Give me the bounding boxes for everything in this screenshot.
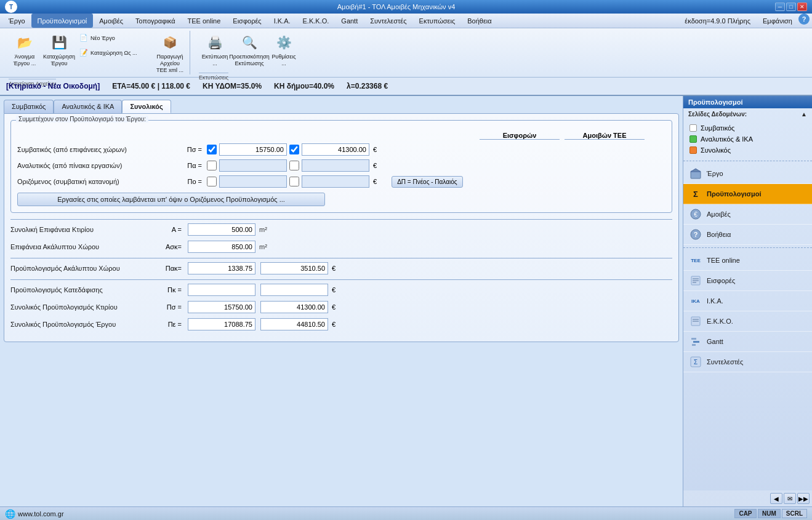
- pe-val2[interactable]: [260, 318, 328, 330]
- kh-dimou: ΚΗ δήμου=40.0%: [274, 82, 334, 90]
- sidebar-prev-btn[interactable]: ◀: [770, 493, 782, 504]
- menu-ekdosi[interactable]: έκδοση=4.9.0 Πλήρης: [678, 14, 757, 28]
- pk-val2[interactable]: [260, 284, 328, 296]
- symvatikos-label: Συμβατικός (από επιφάνειες χώρων): [17, 146, 177, 153]
- col-header-amoivon: Αμοιβών ΤΕΕ: [565, 132, 645, 140]
- analytikos-eq: Πα =: [180, 162, 204, 169]
- menu-eisfores[interactable]: Εισφορές: [227, 14, 267, 28]
- save-as-button[interactable]: 📝 Καταχώρηση Ως ...: [78, 46, 151, 59]
- menu-voitheia[interactable]: Βοήθεια: [461, 14, 497, 28]
- tab-analytikos[interactable]: Αναλυτικός & ΙΚΑ: [54, 100, 122, 113]
- settings-icon: ⚙️: [274, 33, 294, 52]
- sidebar-expand-icon[interactable]: ▲: [801, 111, 807, 118]
- sidebar-nav-ekko[interactable]: Ε.Κ.Κ.Ο.: [683, 311, 812, 332]
- sidebar-mail-btn[interactable]: ✉: [784, 493, 796, 504]
- analytikos-input1[interactable]: [219, 159, 287, 172]
- form-panel: Συμμετέχουν στον Προϋπολογισμό του Έργου…: [4, 113, 679, 342]
- menu-amoives[interactable]: Αμοιβές: [93, 14, 129, 28]
- maximize-button[interactable]: □: [786, 2, 796, 11]
- tab-synolikos[interactable]: Συνολικός: [122, 100, 171, 113]
- new-button[interactable]: 📄 Νέο Έργο: [78, 31, 151, 44]
- open-button[interactable]: 📂 Άνοιγμα Έργου ...: [9, 31, 41, 75]
- symvatikos-input2[interactable]: [302, 143, 369, 156]
- export-button[interactable]: 📦 Παραγωγή Αρχείου ΤΕΕ xml ...: [154, 31, 186, 75]
- menu-ekko[interactable]: Ε.Κ.Κ.Ο.: [297, 14, 336, 28]
- ps-val1[interactable]: [188, 301, 255, 313]
- summary-row-pk: Προϋπολογισμός Κατεδάφισης Πκ = €: [10, 284, 672, 296]
- orizomenos-eq: Πο =: [180, 178, 204, 185]
- sidebar-nav-eisfores[interactable]: Εισφορές: [683, 271, 812, 291]
- sidebar-divider1: [683, 161, 812, 161]
- menu-tee-online[interactable]: ΤΕΕ online: [182, 14, 227, 28]
- menu-ektyposeis[interactable]: Εκτυπώσεις: [413, 14, 462, 28]
- menu-topografika[interactable]: Τοπογραφικά: [129, 14, 181, 28]
- close-button[interactable]: ✕: [797, 2, 807, 11]
- ps-val2[interactable]: [260, 301, 328, 313]
- pe-eq: Πε =: [148, 321, 185, 328]
- page-label-analytikos: Αναλυτικός & ΙΚΑ: [701, 135, 753, 143]
- sidebar-nav-ika[interactable]: ΙΚΑ Ι.Κ.Α.: [683, 291, 812, 311]
- menu-ika[interactable]: Ι.Κ.Α.: [268, 14, 297, 28]
- settings-button[interactable]: ⚙️ Ρυθμίσεις ...: [268, 31, 300, 69]
- amoives-label: Αμοιβές: [707, 210, 731, 218]
- pak-val2[interactable]: [260, 262, 328, 274]
- window-title: Αμοιβή#1 - ΤΟΛ Αμοιβές Μηχανικών v4: [17, 3, 775, 10]
- menu-syntelestes[interactable]: Συντελεστές: [364, 14, 412, 28]
- symvatikos-input1[interactable]: [219, 143, 287, 156]
- orizomenos-check1[interactable]: [207, 177, 217, 186]
- export-icon: 📦: [160, 33, 180, 52]
- analytikos-input2[interactable]: [302, 159, 369, 172]
- summary-row-ps: Συνολικός Προϋπολογισμός Κτιρίου Πσ = €: [10, 301, 672, 313]
- sidebar-divider2: [683, 247, 812, 248]
- orizomenos-input1[interactable]: [219, 175, 287, 188]
- sidebar-nav-tee-online[interactable]: TEE ΤΕΕ online: [683, 250, 812, 271]
- main-area: Συμβατικός Αναλυτικός & ΙΚΑ Συνολικός Συ…: [0, 96, 812, 506]
- num-indicator: NUM: [758, 509, 781, 518]
- symvatikos-check2[interactable]: [289, 145, 299, 154]
- dp-button[interactable]: ΔΠ = Πνέος - Παλαιός: [392, 176, 462, 188]
- pk-val1[interactable]: [188, 284, 255, 296]
- akalypton-val[interactable]: [188, 241, 255, 253]
- preview-button[interactable]: 🔍 Προεπισκόπηση Εκτύπωσης: [233, 31, 265, 69]
- orizomenos-input2[interactable]: [302, 175, 369, 188]
- sidebar-nav-amoives[interactable]: € Αμοιβές: [683, 204, 812, 225]
- sidebar-nav-voitheia[interactable]: ? Βοήθεια: [683, 225, 812, 245]
- ergasies-button[interactable]: Εργασίες στις οποίες λαμβάνεται υπ' όψιν…: [17, 193, 325, 206]
- sidebar-nav-syntelestes[interactable]: Σ Συντελεστές: [683, 352, 812, 372]
- print-button[interactable]: 🖨️ Εκτύπωση ...: [199, 31, 231, 69]
- row-orizomenos: Οριζόμενος (συμβατική κατανομή) Πο = € Δ…: [17, 175, 665, 188]
- sidebar-page-analytikos[interactable]: Αναλυτικός & ΙΚΑ: [686, 134, 810, 145]
- menu-proypologismoi[interactable]: Προϋπολογισμοί: [31, 14, 94, 28]
- minimize-button[interactable]: ─: [775, 2, 785, 11]
- sidebar-page-symvatikos[interactable]: Συμβατικός: [686, 122, 810, 134]
- lambda-value: λ=0.23368 €: [347, 82, 388, 90]
- ekko-label: Ε.Κ.Κ.Ο.: [707, 318, 733, 325]
- page-dot-synolikos: [689, 146, 697, 154]
- menu-gantt[interactable]: Gantt: [335, 14, 364, 28]
- tab-symvatikos[interactable]: Συμβατικός: [4, 100, 54, 113]
- sidebar-nav-ergo[interactable]: Έργο: [683, 164, 812, 184]
- toolbar: 📂 Άνοιγμα Έργου ... 💾 Καταχώρηση Έργου 📄…: [0, 28, 812, 78]
- menu-emfanisi[interactable]: Εμφάνιση: [757, 14, 798, 28]
- sidebar-page-synolikos[interactable]: Συνολικός: [686, 145, 810, 156]
- pe-val1[interactable]: [188, 318, 255, 330]
- pak-val1[interactable]: [188, 262, 255, 274]
- analytikos-euro: €: [373, 162, 377, 169]
- analytikos-check2[interactable]: [289, 161, 299, 170]
- orizomenos-check2[interactable]: [289, 177, 299, 186]
- epifaneia-val[interactable]: [188, 223, 255, 236]
- sidebar-nav-proypologismoi[interactable]: Σ Προϋπολογισμοί: [683, 184, 812, 204]
- analytikos-check1[interactable]: [207, 161, 217, 170]
- ps-label: Συνολικός Προϋπολογισμός Κτιρίου: [10, 303, 146, 311]
- group-box-title: Συμμετέχουν στον Προϋπολογισμό του Έργου…: [16, 116, 148, 122]
- menu-ergo[interactable]: Έργο: [2, 14, 31, 28]
- sidebar-nav-gantt[interactable]: Gantt: [683, 332, 812, 352]
- symvatikos-check1[interactable]: [207, 145, 217, 154]
- save-as-icon: 📝: [79, 49, 88, 57]
- open-icon: 📂: [15, 33, 34, 52]
- save-button[interactable]: 💾 Καταχώρηση Έργου: [43, 31, 75, 75]
- svg-marker-1: [691, 169, 701, 172]
- menu-help[interactable]: ?: [798, 14, 810, 25]
- svg-text:€: €: [694, 211, 697, 218]
- sidebar-expand-btn[interactable]: ▶▶: [797, 493, 810, 504]
